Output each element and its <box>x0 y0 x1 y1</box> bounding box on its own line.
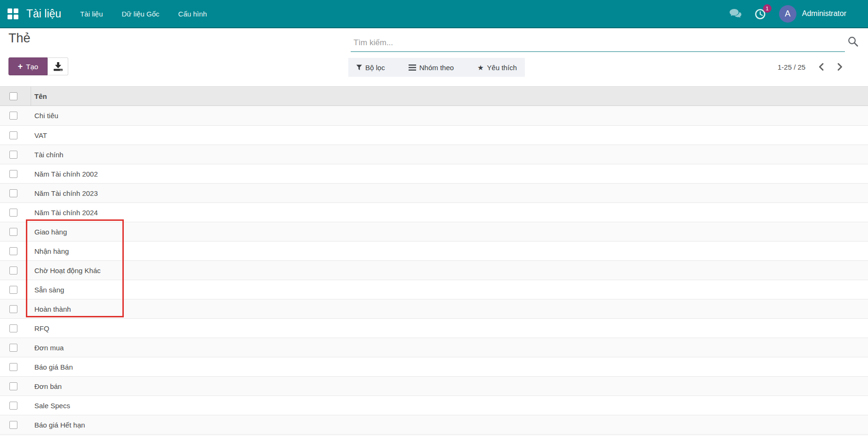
export-button[interactable] <box>48 57 68 75</box>
row-name: Báo giá Bán <box>31 363 73 371</box>
table-row-partial <box>0 434 868 436</box>
table-row[interactable]: Đơn bán <box>0 376 868 396</box>
table-body: Chi tiêu VAT Tài chính Năm Tài chính 200… <box>0 106 868 434</box>
row-checkbox[interactable] <box>9 247 17 255</box>
table-row[interactable]: RFQ <box>0 318 868 338</box>
table-row[interactable]: Chi tiêu <box>0 106 868 125</box>
search-bar <box>351 35 845 52</box>
row-name: Năm Tài chính 2002 <box>31 170 98 178</box>
row-checkbox[interactable] <box>9 324 17 332</box>
filters-button-label: Bộ lọc <box>365 64 385 72</box>
create-button[interactable]: + Tạo <box>8 57 48 75</box>
row-name: Năm Tài chính 2024 <box>31 209 98 217</box>
group-by-button-label: Nhóm theo <box>419 64 454 72</box>
row-checkbox[interactable] <box>9 189 17 197</box>
pager: 1-25 / 25 <box>778 57 843 76</box>
row-name: Báo giá Hết hạn <box>31 421 85 429</box>
menu-cau-hinh[interactable]: Cấu hình <box>178 10 207 18</box>
row-checkbox[interactable] <box>9 170 17 178</box>
user-menu[interactable]: A Administrator <box>779 5 846 23</box>
table-row[interactable]: Tài chính <box>0 145 868 164</box>
activities-icon[interactable]: 1 <box>755 8 766 20</box>
row-name: Giao hàng <box>31 228 67 236</box>
star-icon: ★ <box>477 64 483 71</box>
row-name: Sale Specs <box>31 402 70 410</box>
control-panel: Thẻ + Tạo Bộ lọc <box>0 28 868 86</box>
page-title: Thẻ <box>8 31 31 46</box>
table-row[interactable]: Sẵn sàng <box>0 280 868 299</box>
table-row[interactable]: Đơn mua <box>0 338 868 357</box>
row-checkbox[interactable] <box>9 421 17 429</box>
row-name: Tài chính <box>31 151 64 159</box>
search-options-bar: Bộ lọc Nhóm theo ★ Yêu thích <box>348 58 525 77</box>
row-name: Đơn mua <box>31 344 64 352</box>
navbar-systray: 1 A Administrator <box>729 0 846 27</box>
apps-menu-icon[interactable] <box>8 8 18 19</box>
row-checkbox[interactable] <box>9 402 17 410</box>
search-icon[interactable] <box>847 36 859 49</box>
table-row[interactable]: Chờ Hoạt động Khác <box>0 260 868 280</box>
row-checkbox[interactable] <box>9 112 17 120</box>
row-checkbox[interactable] <box>9 344 17 352</box>
table-row[interactable]: Nhận hàng <box>0 241 868 260</box>
pager-previous-button[interactable] <box>818 63 824 71</box>
activity-count-badge: 1 <box>763 4 772 13</box>
row-name: Nhận hàng <box>31 247 69 255</box>
row-checkbox[interactable] <box>9 266 17 275</box>
menu-tai-lieu[interactable]: Tài liệu <box>80 10 103 18</box>
user-name: Administrator <box>802 9 846 18</box>
row-name: RFQ <box>31 324 49 332</box>
filter-funnel-icon <box>356 65 362 70</box>
chevron-left-icon <box>818 63 824 71</box>
column-header-name: Tên <box>31 92 47 100</box>
messages-icon[interactable] <box>729 8 742 19</box>
pager-next-button[interactable] <box>837 63 843 71</box>
tags-list-table: Tên Chi tiêu VAT Tài chính Năm Tài chính… <box>0 86 868 436</box>
row-name: VAT <box>31 131 47 139</box>
favorites-button[interactable]: ★ Yêu thích <box>477 64 517 72</box>
table-row[interactable]: Giao hàng <box>0 222 868 241</box>
table-row[interactable]: VAT <box>0 125 868 145</box>
row-checkbox[interactable] <box>9 305 17 313</box>
row-checkbox[interactable] <box>9 382 17 390</box>
pager-range: 1-25 / 25 <box>778 63 805 71</box>
avatar: A <box>779 5 796 23</box>
row-name: Năm Tài chính 2023 <box>31 189 98 197</box>
create-button-label: Tạo <box>26 63 38 71</box>
group-by-button[interactable]: Nhóm theo <box>409 64 454 72</box>
row-name: Đơn bán <box>31 382 62 390</box>
table-row[interactable]: Năm Tài chính 2002 <box>0 164 868 183</box>
top-navbar: Tài liệu Tài liệu Dữ liệu Gốc Cấu hình 1… <box>0 0 868 28</box>
navbar-menus: Tài liệu Dữ liệu Gốc Cấu hình <box>80 10 207 18</box>
group-by-icon <box>409 65 416 71</box>
row-checkbox[interactable] <box>9 228 17 236</box>
row-checkbox[interactable] <box>9 363 17 371</box>
row-name: Hoàn thành <box>31 305 71 313</box>
row-checkbox[interactable] <box>9 209 17 217</box>
filters-button[interactable]: Bộ lọc <box>356 64 385 72</box>
table-row[interactable]: Báo giá Hết hạn <box>0 415 868 434</box>
row-name: Chi tiêu <box>31 112 58 120</box>
row-checkbox[interactable] <box>9 286 17 294</box>
table-row[interactable]: Báo giá Bán <box>0 357 868 376</box>
row-name: Chờ Hoạt động Khác <box>31 266 101 275</box>
plus-icon: + <box>18 62 23 71</box>
table-row[interactable]: Năm Tài chính 2023 <box>0 183 868 202</box>
table-header-row: Tên <box>0 86 868 106</box>
table-row[interactable]: Sale Specs <box>0 396 868 415</box>
row-checkbox[interactable] <box>9 151 17 159</box>
select-all-checkbox[interactable] <box>9 92 17 100</box>
chevron-right-icon <box>837 63 843 71</box>
row-name: Sẵn sàng <box>31 286 64 294</box>
table-row[interactable]: Hoàn thành <box>0 299 868 318</box>
search-input[interactable] <box>351 35 845 52</box>
download-icon <box>53 62 63 71</box>
menu-du-lieu-goc[interactable]: Dữ liệu Gốc <box>122 10 160 18</box>
table-row[interactable]: Năm Tài chính 2024 <box>0 202 868 222</box>
favorites-button-label: Yêu thích <box>487 64 517 72</box>
app-name[interactable]: Tài liệu <box>26 8 61 20</box>
row-checkbox[interactable] <box>9 131 17 139</box>
